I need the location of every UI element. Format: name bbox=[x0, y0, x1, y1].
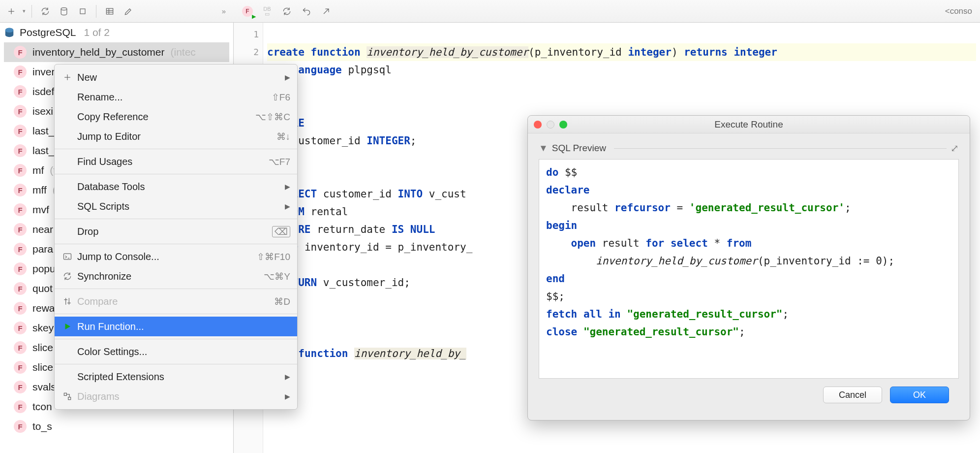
function-name: inventory_held_by_customer bbox=[32, 46, 165, 58]
menu-item: Diagrams▶ bbox=[55, 387, 297, 406]
op: * bbox=[714, 237, 720, 249]
menu-item[interactable]: Find Usages⌥F7 bbox=[55, 152, 297, 171]
string: 'generated_result_cursor' bbox=[689, 202, 845, 214]
separator bbox=[31, 5, 32, 18]
function-badge-icon: F bbox=[14, 105, 27, 118]
menu-item-label: Copy Reference bbox=[77, 111, 255, 123]
menu-item[interactable]: Color Settings... bbox=[55, 342, 297, 361]
punct: ; bbox=[888, 255, 894, 267]
id: p_inventory_id bbox=[764, 255, 851, 267]
menu-item-label: Color Settings... bbox=[77, 346, 290, 357]
disclosure-triangle-icon[interactable]: ▼ bbox=[539, 143, 548, 154]
menu-item: Compare⌘D bbox=[55, 291, 297, 311]
function-badge-icon: F bbox=[14, 46, 27, 59]
collapse-button[interactable]: » bbox=[215, 4, 230, 19]
commit-button[interactable] bbox=[319, 4, 334, 19]
kw: create bbox=[267, 46, 305, 58]
dialog-titlebar[interactable]: Execute Routine bbox=[528, 116, 970, 133]
ok-button[interactable]: OK bbox=[890, 387, 949, 403]
menu-item[interactable]: Jump to Console...⇧⌘F10 bbox=[55, 247, 297, 266]
function-name: slice bbox=[32, 361, 53, 373]
menu-item[interactable]: SQL Scripts▶ bbox=[55, 196, 297, 216]
param: p_inventory_id bbox=[535, 46, 622, 58]
section-label: SQL Preview bbox=[552, 143, 606, 154]
expand-icon[interactable]: ⤢ bbox=[950, 142, 959, 154]
function-list-item[interactable]: Fto_s bbox=[4, 417, 229, 436]
function-badge-icon: F bbox=[14, 85, 27, 98]
separator bbox=[614, 148, 947, 149]
cancel-button[interactable]: Cancel bbox=[823, 387, 882, 403]
db-console-button[interactable]: DB▭ bbox=[260, 4, 275, 19]
menu-item-label: Database Tools bbox=[77, 181, 281, 193]
func-name: inventory_held_by_ bbox=[354, 348, 466, 359]
kw: begin bbox=[546, 220, 577, 231]
submenu-arrow-icon: ▶ bbox=[285, 183, 290, 191]
menu-item[interactable]: Database Tools▶ bbox=[55, 177, 297, 196]
menu-item-label: Find Usages bbox=[77, 156, 269, 167]
function-badge-icon: F bbox=[14, 420, 27, 433]
menu-shortcut: ⌘D bbox=[274, 296, 290, 307]
edit-button[interactable] bbox=[121, 4, 136, 19]
run-tab-button[interactable]: F ▶ bbox=[240, 4, 255, 19]
console-tab-label[interactable]: <conso bbox=[945, 6, 976, 16]
sync-button[interactable] bbox=[279, 4, 294, 19]
refresh-button[interactable] bbox=[38, 4, 53, 19]
menu-shortcut: ⌥F7 bbox=[269, 156, 290, 167]
function-name: rewa bbox=[32, 302, 55, 314]
close-icon[interactable] bbox=[534, 121, 542, 129]
menu-separator bbox=[55, 174, 297, 174]
function-badge-icon: F bbox=[14, 322, 27, 334]
function-list-item[interactable]: Finventory_held_by_customer(intec bbox=[4, 42, 229, 62]
kw: fetch bbox=[546, 308, 577, 320]
function-badge-icon: F bbox=[14, 164, 27, 177]
id: v_customer_id bbox=[323, 277, 404, 289]
menu-item[interactable]: Synchronize⌥⌘Y bbox=[55, 266, 297, 286]
function-badge-icon: F bbox=[14, 400, 27, 413]
id: rental bbox=[311, 206, 348, 218]
stop-button[interactable] bbox=[75, 4, 90, 19]
menu-item[interactable]: Scripted Extensions▶ bbox=[55, 367, 297, 387]
datasource-icon bbox=[59, 6, 69, 16]
minimize-icon[interactable] bbox=[547, 121, 554, 129]
dialog-buttons: Cancel OK bbox=[539, 379, 959, 411]
function-name: last_ bbox=[32, 145, 54, 157]
menu-item[interactable]: New▶ bbox=[55, 67, 297, 87]
undo-button[interactable] bbox=[299, 4, 314, 19]
toolbar-left: ▾ » bbox=[4, 4, 230, 19]
menu-item[interactable]: Run Function... bbox=[55, 317, 297, 336]
menu-item[interactable]: Rename...⇧F6 bbox=[55, 87, 297, 107]
context-menu: New▶Rename...⇧F6Copy Reference⌥⇧⌘CJump t… bbox=[54, 64, 298, 410]
kw: end bbox=[546, 273, 565, 285]
postgres-icon bbox=[4, 27, 15, 38]
dropdown-caret-icon: ▾ bbox=[23, 8, 26, 14]
sql-preview[interactable]: do $$ declare result refcursor = 'genera… bbox=[539, 159, 959, 379]
table-button[interactable] bbox=[102, 4, 117, 19]
function-badge-icon: F bbox=[14, 302, 27, 315]
compare-icon bbox=[61, 296, 73, 306]
id: v_cust bbox=[429, 188, 466, 200]
sync-icon bbox=[282, 6, 292, 16]
menu-item[interactable]: Copy Reference⌥⇧⌘C bbox=[55, 107, 297, 127]
svg-rect-2 bbox=[106, 8, 113, 14]
kw: all bbox=[583, 308, 602, 320]
function-name: skey bbox=[32, 322, 54, 334]
menu-item-label: Rename... bbox=[77, 92, 272, 103]
menu-shortcut: ⌥⌘Y bbox=[264, 271, 290, 282]
id: customer_id bbox=[323, 188, 392, 200]
menu-shortcut: ⇧F6 bbox=[272, 92, 290, 103]
function-badge-icon: F bbox=[14, 361, 27, 374]
kw: function bbox=[298, 348, 348, 359]
menu-separator bbox=[55, 339, 297, 339]
plus-icon bbox=[61, 72, 73, 82]
function-badge-icon: F bbox=[14, 282, 27, 295]
add-button[interactable] bbox=[4, 4, 19, 19]
menu-item[interactable]: Drop⌫ bbox=[55, 222, 297, 241]
menu-separator bbox=[55, 244, 297, 244]
kw: select bbox=[671, 237, 708, 249]
zoom-icon[interactable] bbox=[559, 121, 567, 129]
kw: close bbox=[546, 326, 577, 338]
sql-preview-header[interactable]: ▼ SQL Preview ⤢ bbox=[539, 142, 959, 154]
db-header[interactable]: PostgreSQL 1 of 2 bbox=[0, 23, 233, 42]
datasource-button[interactable] bbox=[57, 4, 71, 19]
menu-item[interactable]: Jump to Editor⌘↓ bbox=[55, 127, 297, 146]
